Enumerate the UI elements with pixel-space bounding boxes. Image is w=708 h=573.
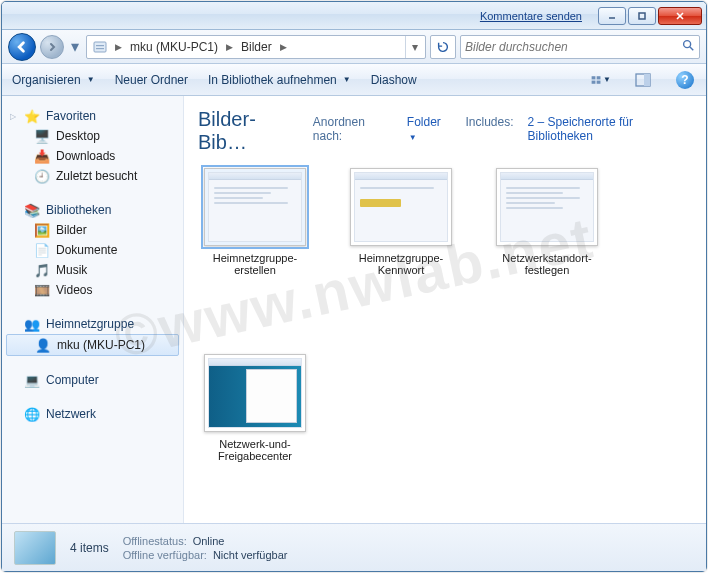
user-icon: 👤 <box>35 337 51 353</box>
network-header[interactable]: 🌐Netzwerk <box>2 404 183 424</box>
svg-rect-12 <box>597 80 601 83</box>
svg-rect-9 <box>592 76 596 79</box>
include-in-library-menu[interactable]: In Bibliothek aufnehmen▼ <box>208 73 351 87</box>
new-folder-button[interactable]: Neuer Ordner <box>115 73 188 87</box>
minimize-button[interactable] <box>598 7 626 25</box>
documents-icon: 📄 <box>34 242 50 258</box>
sidebar-item-desktop[interactable]: 🖥️Desktop <box>2 126 183 146</box>
arrange-by-label: Anordnen nach: <box>313 115 393 143</box>
sidebar-item-downloads[interactable]: 📥Downloads <box>2 146 183 166</box>
svg-line-8 <box>690 47 694 51</box>
navigation-bar: ▾ ▶ mku (MKU-PC1) ▶ Bilder ▶ ▾ Bilder du… <box>2 30 706 64</box>
file-item[interactable]: Heimnetzgruppe-erstellen <box>194 168 316 276</box>
titlebar: Kommentare senden <box>2 2 706 30</box>
explorer-window: Kommentare senden ▾ ▶ mku (MKU-PC1) ▶ Bi… <box>1 1 707 572</box>
network-icon: 🌐 <box>24 406 40 422</box>
maximize-button[interactable] <box>628 7 656 25</box>
forward-button[interactable] <box>40 35 64 59</box>
svg-rect-6 <box>96 48 104 49</box>
preview-pane-button[interactable] <box>632 69 654 91</box>
homegroup-header[interactable]: 👥Heimnetzgruppe <box>2 314 183 334</box>
file-name: Netzwerkstandort-festlegen <box>486 252 608 276</box>
file-item[interactable]: Heimnetzgruppe-Kennwort <box>340 168 462 276</box>
libraries-icon: 📚 <box>24 202 40 218</box>
help-button[interactable]: ? <box>674 69 696 91</box>
body: ▷⭐Favoriten 🖥️Desktop 📥Downloads 🕘Zuletz… <box>2 96 706 523</box>
computer-icon: 💻 <box>24 372 40 388</box>
svg-rect-14 <box>644 74 650 86</box>
svg-point-7 <box>684 41 691 48</box>
includes-link[interactable]: 2 – Speicherorte für Bibliotheken <box>528 115 692 143</box>
sidebar-item-recent[interactable]: 🕘Zuletzt besucht <box>2 166 183 186</box>
sidebar-item-pictures[interactable]: 🖼️Bilder <box>2 220 183 240</box>
downloads-icon: 📥 <box>34 148 50 164</box>
music-icon: 🎵 <box>34 262 50 278</box>
svg-rect-5 <box>96 45 104 46</box>
desktop-icon: 🖥️ <box>34 128 50 144</box>
history-dropdown[interactable]: ▾ <box>68 35 82 59</box>
homegroup-icon: 👥 <box>24 316 40 332</box>
content-pane: Bilder-Bib… Anordnen nach: Folder ▼ Incl… <box>184 96 706 523</box>
offline-status-label: Offlinestatus: <box>123 535 187 547</box>
back-button[interactable] <box>8 33 36 61</box>
pictures-icon: 🖼️ <box>34 222 50 238</box>
offline-avail-label: Offline verfügbar: <box>123 549 207 561</box>
toolbar: Organisieren▼ Neuer Ordner In Bibliothek… <box>2 64 706 96</box>
file-item[interactable]: Netzwerk-und-Freigabecenter <box>194 354 316 462</box>
file-name: Netzwerk-und-Freigabecenter <box>194 438 316 462</box>
favorites-header[interactable]: ▷⭐Favoriten <box>2 106 183 126</box>
breadcrumb[interactable]: ▶ mku (MKU-PC1) ▶ Bilder ▶ ▾ <box>86 35 426 59</box>
help-icon: ? <box>676 71 694 89</box>
svg-rect-4 <box>94 42 106 52</box>
includes-label: Includes: <box>466 115 514 129</box>
svg-rect-10 <box>597 76 601 79</box>
arrange-by-value[interactable]: Folder ▼ <box>407 115 452 143</box>
sidebar-item-documents[interactable]: 📄Dokumente <box>2 240 183 260</box>
refresh-button[interactable] <box>430 35 456 59</box>
view-options-button[interactable]: ▼ <box>590 69 612 91</box>
libraries-header[interactable]: 📚Bibliotheken <box>2 200 183 220</box>
recent-icon: 🕘 <box>34 168 50 184</box>
star-icon: ⭐ <box>24 108 40 124</box>
svg-rect-11 <box>592 80 596 83</box>
status-thumbnail <box>14 531 56 565</box>
status-bar: 4 items Offlinestatus:Online Offline ver… <box>2 523 706 571</box>
search-icon <box>681 38 695 55</box>
offline-status-value: Online <box>193 535 225 547</box>
item-count: 4 items <box>70 541 109 555</box>
videos-icon: 🎞️ <box>34 282 50 298</box>
library-title: Bilder-Bib… <box>198 108 299 154</box>
sidebar-item-music[interactable]: 🎵Musik <box>2 260 183 280</box>
offline-avail-value: Nicht verfügbar <box>213 549 288 561</box>
chevron-right-icon: ▶ <box>111 42 126 52</box>
file-name: Heimnetzgruppe-erstellen <box>194 252 316 276</box>
content-header: Bilder-Bib… Anordnen nach: Folder ▼ Incl… <box>184 96 706 160</box>
navigation-pane[interactable]: ▷⭐Favoriten 🖥️Desktop 📥Downloads 🕘Zuletz… <box>2 96 184 523</box>
svg-rect-1 <box>639 13 645 19</box>
chevron-right-icon: ▶ <box>222 42 237 52</box>
breadcrumb-segment[interactable]: mku (MKU-PC1) <box>126 36 222 58</box>
breadcrumb-segment[interactable]: Bilder <box>237 36 276 58</box>
search-input[interactable]: Bilder durchsuchen <box>460 35 700 59</box>
sidebar-item-homegroup-user[interactable]: 👤mku (MKU-PC1) <box>6 334 179 356</box>
sidebar-item-videos[interactable]: 🎞️Videos <box>2 280 183 300</box>
feedback-link[interactable]: Kommentare senden <box>480 10 582 22</box>
organize-menu[interactable]: Organisieren▼ <box>12 73 95 87</box>
close-button[interactable] <box>658 7 702 25</box>
file-item[interactable]: Netzwerkstandort-festlegen <box>486 168 608 276</box>
location-icon <box>92 39 108 55</box>
window-buttons <box>596 7 702 25</box>
items-grid[interactable]: Heimnetzgruppe-erstellen Heimnetzgruppe-… <box>184 160 706 523</box>
file-name: Heimnetzgruppe-Kennwort <box>340 252 462 276</box>
computer-header[interactable]: 💻Computer <box>2 370 183 390</box>
search-placeholder: Bilder durchsuchen <box>465 40 568 54</box>
slideshow-button[interactable]: Diashow <box>371 73 417 87</box>
chevron-right-icon: ▶ <box>276 42 291 52</box>
breadcrumb-dropdown[interactable]: ▾ <box>405 36 423 58</box>
